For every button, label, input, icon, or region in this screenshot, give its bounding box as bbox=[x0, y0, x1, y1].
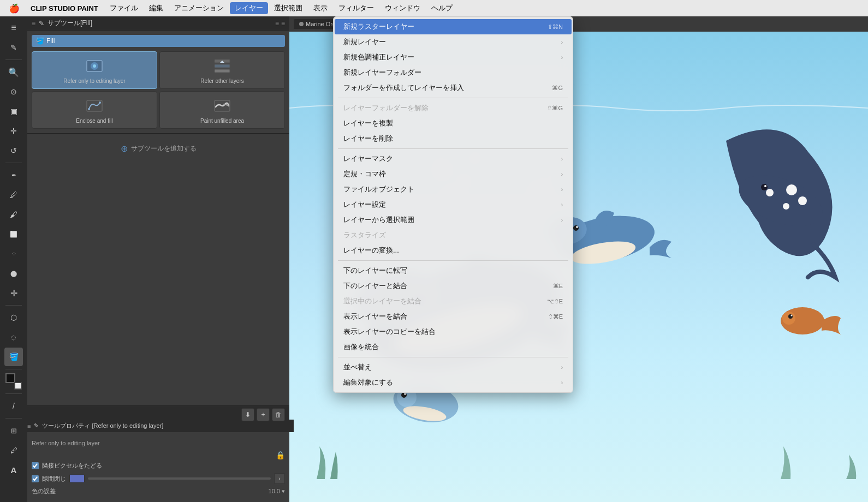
menu-new-layer-right: › bbox=[561, 39, 563, 45]
menu-new-raster-layer-label: 新規ラスターレイヤー bbox=[343, 22, 414, 32]
menu-selection[interactable]: 選択範囲 bbox=[269, 2, 307, 14]
menu-flatten-image[interactable]: 画像を統合 bbox=[335, 339, 572, 355]
menu-merge-down-label: 下のレイヤーと結合 bbox=[343, 281, 407, 291]
menu-set-edit-target-label: 編集対象にする bbox=[343, 378, 393, 387]
menu-sort[interactable]: 並べ替え › bbox=[335, 360, 572, 375]
menu-merge-down[interactable]: 下のレイヤーと結合 ⌘E bbox=[335, 278, 572, 294]
menu-delete-label: レイヤーを削除 bbox=[343, 134, 393, 144]
menu-ungroup-label: レイヤーフォルダーを解除 bbox=[343, 103, 429, 113]
menu-new-raster-layer[interactable]: 新規ラスターレイヤー ⇧⌘N bbox=[335, 19, 572, 34]
chevron-icon-9: › bbox=[561, 380, 563, 386]
menu-new-folder[interactable]: 新規レイヤーフォルダー bbox=[335, 65, 572, 80]
menu-layer-selection-right: › bbox=[561, 217, 563, 223]
menu-layer-mask-label: レイヤーマスク bbox=[343, 154, 393, 164]
separator-3 bbox=[338, 260, 568, 261]
chevron-icon-5: › bbox=[561, 187, 563, 193]
menu-merge-visible-copy-label: 表示レイヤーのコピーを結合 bbox=[343, 327, 436, 337]
separator-2 bbox=[338, 148, 568, 149]
menu-merge-visible-label: 表示レイヤーを結合 bbox=[343, 312, 407, 321]
chevron-icon-7: › bbox=[561, 217, 563, 223]
dropdown-overlay: 新規ラスターレイヤー ⇧⌘N 新規レイヤー › 新規色調補正レイヤー › 新規レ… bbox=[0, 16, 868, 502]
menu-animation[interactable]: アニメーション bbox=[169, 2, 229, 14]
menu-folder-insert[interactable]: フォルダーを作成してレイヤーを挿入 ⌘G bbox=[335, 80, 572, 95]
menu-filter[interactable]: フィルター bbox=[334, 2, 379, 14]
menu-layer[interactable]: レイヤー bbox=[230, 2, 268, 14]
menu-sort-right: › bbox=[561, 364, 563, 370]
menu-delete-layer[interactable]: レイヤーを削除 bbox=[335, 131, 572, 146]
menu-merge-selected: 選択中のレイヤーを結合 ⌥⇧E bbox=[335, 294, 572, 309]
menu-layer-mask-right: › bbox=[561, 156, 563, 162]
menu-new-raster-shortcut: ⇧⌘N bbox=[548, 23, 563, 31]
menu-view[interactable]: 表示 bbox=[308, 2, 332, 14]
menu-transfer-down-label: 下のレイヤーに転写 bbox=[343, 266, 407, 276]
chevron-icon-4: › bbox=[561, 171, 563, 177]
menu-rasterize: ラスタライズ bbox=[335, 228, 572, 243]
chevron-icon-2: › bbox=[561, 55, 563, 61]
menu-flatten-label: 画像を統合 bbox=[343, 342, 379, 352]
menu-duplicate-layer[interactable]: レイヤーを複製 bbox=[335, 116, 572, 131]
menu-layer-mask[interactable]: レイヤーマスク › bbox=[335, 151, 572, 166]
menu-ruler[interactable]: 定規・コマ枠 › bbox=[335, 166, 572, 182]
app-name: CLIP STUDIO PAINT bbox=[25, 4, 104, 13]
menu-ruler-right: › bbox=[561, 171, 563, 177]
chevron-icon-6: › bbox=[561, 202, 563, 208]
menu-layer-selection[interactable]: レイヤーから選択範囲 › bbox=[335, 212, 572, 228]
menu-new-layer-label: 新規レイヤー bbox=[343, 37, 386, 47]
menu-merge-visible-copy[interactable]: 表示レイヤーのコピーを結合 bbox=[335, 324, 572, 339]
menu-sort-label: 並べ替え bbox=[343, 362, 372, 372]
menu-file-object-right: › bbox=[561, 187, 563, 193]
menu-new-layer[interactable]: 新規レイヤー › bbox=[335, 34, 572, 50]
separator-1 bbox=[338, 98, 568, 98]
menubar: 🍎 CLIP STUDIO PAINT ファイル 編集 アニメーション レイヤー… bbox=[0, 0, 868, 16]
menu-transfer-down[interactable]: 下のレイヤーに転写 bbox=[335, 263, 572, 278]
menu-file-object[interactable]: ファイルオブジェクト › bbox=[335, 182, 572, 197]
menu-merge-selected-right: ⌥⇧E bbox=[547, 298, 563, 305]
menu-merge-selected-label: 選択中のレイヤーを結合 bbox=[343, 296, 421, 306]
chevron-icon-3: › bbox=[561, 156, 563, 162]
menu-layer-selection-label: レイヤーから選択範囲 bbox=[343, 215, 414, 225]
menu-file-object-label: ファイルオブジェクト bbox=[343, 184, 414, 194]
menu-ungroup-folder: レイヤーフォルダーを解除 ⇧⌘G bbox=[335, 100, 572, 116]
menu-new-correction-right: › bbox=[561, 55, 563, 61]
menu-duplicate-label: レイヤーを複製 bbox=[343, 118, 393, 128]
menu-set-edit-target-right: › bbox=[561, 380, 563, 386]
menu-ungroup-right: ⇧⌘G bbox=[547, 105, 563, 112]
dropdown-menu: 新規ラスターレイヤー ⇧⌘N 新規レイヤー › 新規色調補正レイヤー › 新規レ… bbox=[333, 16, 573, 393]
menu-ruler-label: 定規・コマ枠 bbox=[343, 169, 386, 179]
chevron-icon-1: › bbox=[561, 39, 563, 45]
menu-layer-settings-label: レイヤー設定 bbox=[343, 200, 386, 210]
menu-window[interactable]: ウィンドウ bbox=[380, 2, 425, 14]
menu-convert-label: レイヤーの変換... bbox=[343, 246, 399, 255]
menu-folder-insert-label: フォルダーを作成してレイヤーを挿入 bbox=[343, 83, 464, 93]
menu-new-correction-layer[interactable]: 新規色調補正レイヤー › bbox=[335, 50, 572, 65]
menu-folder-insert-right: ⌘G bbox=[552, 85, 563, 92]
menu-layer-settings[interactable]: レイヤー設定 › bbox=[335, 197, 572, 212]
menu-new-folder-label: 新規レイヤーフォルダー bbox=[343, 68, 421, 77]
menu-merge-down-right: ⌘E bbox=[553, 283, 563, 290]
apple-menu[interactable]: 🍎 bbox=[4, 3, 24, 14]
menu-merge-visible-right: ⇧⌘E bbox=[548, 313, 563, 320]
menu-edit[interactable]: 編集 bbox=[144, 2, 168, 14]
menu-merge-visible[interactable]: 表示レイヤーを結合 ⇧⌘E bbox=[335, 309, 572, 324]
chevron-icon-8: › bbox=[561, 364, 563, 370]
menu-convert-layer[interactable]: レイヤーの変換... bbox=[335, 243, 572, 258]
menu-file[interactable]: ファイル bbox=[105, 2, 143, 14]
menu-help[interactable]: ヘルプ bbox=[426, 2, 457, 14]
menu-layer-settings-right: › bbox=[561, 202, 563, 208]
menu-set-edit-target[interactable]: 編集対象にする › bbox=[335, 375, 572, 390]
menu-rasterize-label: ラスタライズ bbox=[343, 230, 386, 240]
separator-4 bbox=[338, 357, 568, 357]
menu-new-correction-label: 新規色調補正レイヤー bbox=[343, 52, 414, 62]
